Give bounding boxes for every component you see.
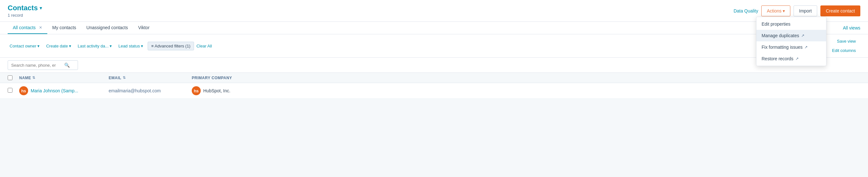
table-header: NAME ⇅ EMAIL ⇅ PRIMARY COMPANY (0, 73, 868, 83)
tab-unassigned-contacts-label: Unassigned contacts (86, 25, 128, 30)
search-icon: 🔍 (64, 62, 70, 68)
table-row: hs Maria Johnson (Samp... emailmaria@hub… (0, 83, 868, 99)
contact-name-link[interactable]: Maria Johnson (Samp... (31, 88, 78, 93)
dropdown-item-edit-properties[interactable]: Edit properties (756, 18, 826, 30)
create-contact-button[interactable]: Create contact (820, 5, 860, 16)
external-link-icon-duplicates: ↗ (801, 33, 804, 38)
advanced-filters-button[interactable]: ≡ Advanced filters (1) (148, 42, 194, 50)
tab-my-contacts[interactable]: My contacts (47, 22, 82, 34)
contact-icon: hs (19, 86, 28, 95)
sort-name-icon[interactable]: ⇅ (32, 76, 35, 80)
th-name: NAME ⇅ (19, 76, 108, 80)
edit-columns-button[interactable]: Edit columns (828, 46, 860, 55)
restore-records-label: Restore records (762, 56, 794, 61)
tab-my-contacts-label: My contacts (53, 25, 76, 30)
row-checkbox[interactable] (8, 88, 12, 93)
tab-viktor[interactable]: Viktor (133, 22, 155, 34)
company-name: HubSpot, Inc. (203, 88, 230, 93)
filter-lead-status[interactable]: Lead status ▾ (116, 42, 145, 50)
contact-email: emailmaria@hubspot.com (108, 88, 161, 93)
td-name: hs Maria Johnson (Samp... (19, 86, 108, 95)
th-company: PRIMARY COMPANY (192, 76, 281, 80)
external-link-icon-formatting: ↗ (804, 45, 808, 49)
filter-create-date[interactable]: Create date ▾ (44, 42, 73, 50)
th-email-label: EMAIL (108, 76, 121, 80)
filters-row: Contact owner ▾ Create date ▾ Last activ… (0, 34, 868, 58)
page-title-link[interactable]: Contacts ▾ (8, 4, 42, 12)
manage-duplicates-label: Manage duplicates (762, 33, 799, 38)
tab-all-contacts[interactable]: All contacts ✕ (8, 22, 47, 34)
title-chevron-icon: ▾ (40, 5, 42, 10)
search-box: 🔍 (8, 60, 78, 70)
external-link-icon-restore: ↗ (796, 56, 799, 61)
actions-button[interactable]: Actions ▾ (761, 5, 790, 16)
top-actions: Data Quality Actions ▾ Import Create con… (734, 5, 860, 16)
search-input[interactable] (11, 63, 62, 68)
fix-formatting-label: Fix formatting issues (762, 45, 803, 50)
sort-email-icon[interactable]: ⇅ (123, 76, 126, 80)
th-email: EMAIL ⇅ (108, 76, 192, 80)
td-company: hs HubSpot, Inc. (192, 86, 281, 95)
actions-dropdown-menu: Edit properties Manage duplicates ↗ Fix … (756, 17, 827, 66)
th-name-label: NAME (19, 76, 31, 80)
data-quality-link[interactable]: Data Quality (734, 8, 758, 14)
table-container: NAME ⇅ EMAIL ⇅ PRIMARY COMPANY hs Maria … (0, 73, 868, 99)
td-email: emailmaria@hubspot.com (108, 88, 192, 93)
all-views-link[interactable]: All views (838, 22, 860, 34)
tab-close-icon[interactable]: ✕ (39, 25, 42, 30)
search-row: 🔍 (0, 58, 868, 73)
tab-all-contacts-label: All contacts (13, 25, 36, 30)
dropdown-item-fix-formatting[interactable]: Fix formatting issues ↗ (756, 41, 826, 53)
title-section: Contacts ▾ 1 record (8, 4, 42, 18)
td-checkbox (8, 88, 19, 94)
save-view-button[interactable]: Save view (833, 37, 860, 46)
filter-contact-owner[interactable]: Contact owner ▾ (8, 42, 41, 50)
tab-viktor-label: Viktor (138, 25, 150, 30)
top-bar: Contacts ▾ 1 record Data Quality Actions… (0, 0, 868, 22)
select-all-checkbox[interactable] (8, 75, 12, 80)
dropdown-item-manage-duplicates[interactable]: Manage duplicates ↗ (756, 30, 826, 41)
th-company-label: PRIMARY COMPANY (192, 76, 232, 80)
dropdown-item-restore-records[interactable]: Restore records ↗ (756, 53, 826, 65)
company-icon: hs (192, 86, 201, 95)
tab-spacer (155, 22, 838, 34)
filters-area-wrapper: Contact owner ▾ Create date ▾ Last activ… (0, 34, 868, 58)
tab-unassigned-contacts[interactable]: Unassigned contacts (81, 22, 133, 34)
record-count: 1 record (8, 13, 42, 18)
import-button[interactable]: Import (794, 5, 817, 16)
filter-last-activity[interactable]: Last activity da... ▾ (76, 42, 114, 50)
edit-properties-label: Edit properties (762, 22, 790, 27)
clear-all-button[interactable]: Clear All (196, 44, 212, 48)
hubspot-logo-icon: hs (21, 88, 26, 93)
tabs-row: All contacts ✕ My contacts Unassigned co… (0, 22, 868, 34)
company-logo-icon: hs (194, 88, 198, 93)
th-checkbox (8, 75, 19, 80)
contacts-title: Contacts (8, 4, 38, 12)
